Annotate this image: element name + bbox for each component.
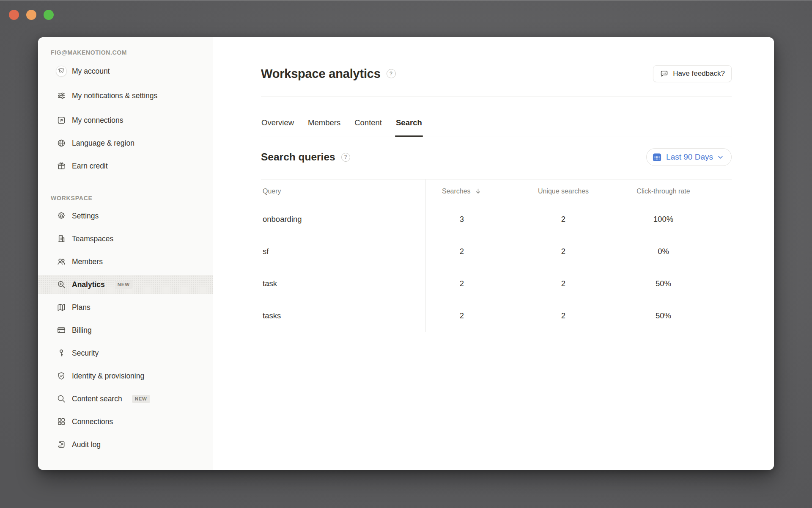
sidebar-item-my-account[interactable]: My account — [38, 62, 213, 80]
table-body: onboarding32100%sf220%task2250%tasks2250… — [261, 203, 732, 332]
search-icon — [56, 393, 67, 404]
table-header-row: QuerySearches Unique searchesClick-throu… — [261, 179, 732, 203]
sidebar-item-billing[interactable]: Billing — [38, 321, 213, 340]
section-header: Search queries ? Last 90 Days — [261, 148, 732, 166]
cell-query: onboarding — [261, 203, 426, 235]
cell-unique-searches: 2 — [498, 215, 629, 224]
sidebar-item-audit-log[interactable]: Audit log — [38, 435, 213, 454]
map-icon — [56, 302, 67, 313]
sidebar-item-label: Teamspaces — [72, 233, 113, 244]
cell-click-through-rate: 50% — [629, 279, 732, 288]
zoom-button[interactable] — [44, 10, 54, 20]
new-badge: NEW — [115, 281, 133, 289]
key-icon — [56, 348, 67, 359]
table-row-tasks: tasks2250% — [261, 300, 732, 332]
account-settings-list: My accountMy notifications & settingsMy … — [38, 62, 213, 175]
sidebar-item-label: My connections — [72, 115, 123, 126]
sidebar-item-label: Audit log — [72, 439, 101, 450]
column-header-query[interactable]: Query — [261, 179, 426, 203]
column-header-searches[interactable]: Searches — [426, 188, 498, 195]
sidebar-item-label: My account — [72, 66, 110, 77]
sidebar-item-label: Plans — [72, 302, 91, 313]
shield-check-icon — [56, 370, 67, 381]
cell-click-through-rate: 100% — [629, 215, 732, 224]
cell-unique-searches: 2 — [498, 279, 629, 288]
cell-query: sf — [261, 235, 426, 268]
globe-icon — [56, 138, 67, 149]
sidebar-item-teamspaces[interactable]: Teamspaces — [38, 229, 213, 248]
page-header: Workspace analytics ? Have feedback? — [261, 65, 732, 82]
close-button[interactable] — [9, 10, 19, 20]
sidebar-item-language-region[interactable]: Language & region — [38, 134, 213, 152]
calendar-icon — [652, 152, 662, 163]
desktop-background: FIG@MAKENOTION.COM My accountMy notifica… — [0, 0, 812, 508]
feedback-button-label: Have feedback? — [673, 69, 725, 78]
date-range-dropdown[interactable]: Last 90 Days — [646, 148, 732, 166]
gift-icon — [56, 160, 67, 171]
sidebar-item-earn-credit[interactable]: Earn credit — [38, 157, 213, 175]
sidebar-item-content-search[interactable]: Content searchNEW — [38, 389, 213, 408]
search-queries-table: QuerySearches Unique searchesClick-throu… — [261, 179, 732, 332]
cell-searches: 3 — [426, 215, 498, 224]
page-title: Workspace analytics — [261, 67, 381, 81]
sidebar-item-label: Earn credit — [72, 160, 108, 171]
building-icon — [56, 233, 67, 244]
arrow-square-icon — [56, 115, 67, 126]
workspace-section-heading: WORKSPACE — [38, 195, 213, 202]
sidebar-item-settings[interactable]: Settings — [38, 207, 213, 225]
help-icon[interactable]: ? — [387, 69, 396, 78]
sidebar-item-my-connections[interactable]: My connections — [38, 111, 213, 130]
chevron-down-icon — [717, 154, 724, 161]
sidebar-item-members[interactable]: Members — [38, 252, 213, 271]
tab-search[interactable]: Search — [395, 97, 422, 136]
table-row-task: task2250% — [261, 268, 732, 300]
sidebar-item-label: Language & region — [72, 138, 134, 149]
tab-content[interactable]: Content — [354, 97, 382, 136]
window-controls — [9, 10, 54, 20]
sidebar-item-identity-provisioning[interactable]: Identity & provisioning — [38, 367, 213, 385]
analytics-tabs: OverviewMembersContentSearch — [261, 97, 732, 136]
sliders-icon — [56, 90, 67, 101]
have-feedback-button[interactable]: Have feedback? — [653, 65, 732, 82]
table-row-sf: sf220% — [261, 235, 732, 268]
people-icon — [56, 256, 67, 267]
sidebar-item-label: Members — [72, 256, 103, 267]
gear-icon — [56, 210, 67, 221]
column-header-unique-searches[interactable]: Unique searches — [498, 188, 629, 195]
sidebar-item-analytics[interactable]: AnalyticsNEW — [38, 275, 213, 294]
settings-sidebar: FIG@MAKENOTION.COM My accountMy notifica… — [38, 37, 213, 470]
tab-members[interactable]: Members — [307, 97, 341, 136]
sidebar-item-plans[interactable]: Plans — [38, 298, 213, 317]
sidebar-item-label: Analytics — [72, 279, 105, 290]
tab-overview[interactable]: Overview — [261, 97, 294, 136]
account-email-heading: FIG@MAKENOTION.COM — [38, 49, 213, 56]
cell-unique-searches: 2 — [498, 247, 629, 256]
workspace-settings-list: SettingsTeamspacesMembersAnalyticsNEWPla… — [38, 207, 213, 454]
cell-searches: 2 — [426, 311, 498, 320]
sidebar-item-label: Identity & provisioning — [72, 370, 144, 381]
section-title: Search queries — [261, 151, 335, 163]
table-row-onboarding: onboarding32100% — [261, 203, 732, 235]
sidebar-item-label: My notifications & settings — [72, 90, 157, 101]
sidebar-item-label: Billing — [72, 325, 92, 336]
settings-window: FIG@MAKENOTION.COM My accountMy notifica… — [38, 37, 774, 470]
main-content: Workspace analytics ? Have feedback? Ove… — [213, 37, 774, 470]
credit-card-icon — [56, 325, 67, 336]
cell-searches: 2 — [426, 247, 498, 256]
sidebar-item-security[interactable]: Security — [38, 344, 213, 362]
sort-desc-arrow-icon — [475, 188, 482, 195]
sidebar-item-label: Security — [72, 348, 99, 359]
sidebar-item-label: Settings — [72, 210, 99, 221]
sidebar-item-connections[interactable]: Connections — [38, 412, 213, 431]
cell-query: task — [261, 268, 426, 300]
sidebar-item-my-notifications-settings[interactable]: My notifications & settings — [38, 85, 213, 107]
cell-click-through-rate: 50% — [629, 311, 732, 320]
chat-bubble-icon — [660, 69, 669, 78]
minimize-button[interactable] — [26, 10, 36, 20]
help-icon[interactable]: ? — [341, 153, 350, 162]
sidebar-item-label: Connections — [72, 416, 113, 427]
date-range-label: Last 90 Days — [666, 152, 713, 162]
sidebar-item-label: Content search — [72, 393, 122, 404]
new-badge: NEW — [132, 395, 150, 403]
column-header-click-through-rate[interactable]: Click-through rate — [629, 188, 732, 195]
